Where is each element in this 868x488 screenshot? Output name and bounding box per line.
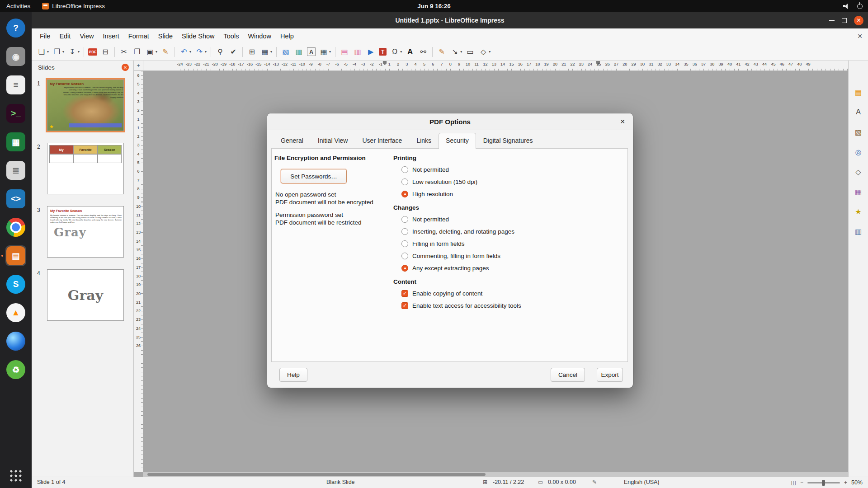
window-titlebar[interactable]: Untitled 1.pptx - LibreOffice Impress ✕: [32, 12, 868, 28]
tab-digital-signatures[interactable]: Digital Signatures: [476, 133, 540, 149]
show-applications-icon[interactable]: [9, 469, 23, 483]
rectangle-icon[interactable]: ▭: [464, 46, 476, 58]
zoom-in-icon[interactable]: +: [844, 479, 847, 486]
insert-table-dropdown-arrow[interactable]: ▾: [329, 50, 331, 54]
sidebar-properties-icon[interactable]: ▤: [852, 86, 865, 99]
slide-thumbnail-3[interactable]: 3 My Favorite Season My favorite season …: [37, 206, 133, 258]
vlc-icon[interactable]: ▲: [5, 302, 26, 323]
find-and-replace-icon[interactable]: ⚲: [214, 46, 226, 58]
new-document-dropdown-arrow[interactable]: ▾: [47, 50, 49, 54]
fontwork-icon[interactable]: A: [404, 46, 416, 58]
open-file-icon[interactable]: ❒▾: [51, 46, 66, 58]
sidebar-shapes-icon[interactable]: ◇: [852, 165, 865, 178]
menu-slide[interactable]: Slide: [154, 30, 177, 42]
radio-high-resolution[interactable]: High resolution: [393, 188, 622, 200]
zoom-slider[interactable]: [807, 482, 840, 483]
maximize-button[interactable]: [842, 18, 847, 23]
screenshot-tool-icon[interactable]: ◉: [5, 46, 26, 67]
slide-thumbnail-4[interactable]: 4 Gray: [37, 269, 133, 321]
activities-button[interactable]: Activities: [6, 3, 30, 9]
fit-slide-icon[interactable]: ◫: [791, 479, 796, 486]
tab-user-interface[interactable]: User Interface: [355, 133, 409, 149]
save-dropdown-arrow[interactable]: ▾: [78, 50, 80, 54]
duplicate-slide-icon[interactable]: ▥: [351, 46, 364, 58]
basic-shapes-dropdown-arrow[interactable]: ▾: [489, 50, 491, 54]
insert-image-icon[interactable]: ▧: [279, 46, 292, 58]
slides-panel-close-icon[interactable]: ✕: [122, 64, 129, 71]
insert-table-icon[interactable]: ▦▾: [317, 46, 332, 58]
spelling-icon[interactable]: ✔: [227, 46, 240, 58]
visual-studio-code-icon[interactable]: <>: [5, 188, 26, 209]
libreoffice-impress-icon[interactable]: ▤: [5, 245, 26, 266]
redo-dropdown-arrow[interactable]: ▾: [205, 50, 207, 54]
sidebar-slide-transition-icon[interactable]: ▦: [852, 185, 865, 198]
undo-icon[interactable]: ↶▾: [178, 46, 193, 58]
sidebar-styles-icon[interactable]: A: [852, 106, 865, 118]
display-grid-icon[interactable]: ⊞: [245, 46, 258, 58]
checkbox-enable-text-access-for-accessibility-tools[interactable]: ✓Enable text access for accessibility to…: [393, 300, 622, 312]
open-file-dropdown-arrow[interactable]: ▾: [62, 50, 64, 54]
cut-icon[interactable]: ✂: [118, 46, 130, 58]
status-zoom-percent[interactable]: 50%: [851, 479, 863, 486]
special-character-icon[interactable]: Ω▾: [388, 46, 403, 58]
insert-text-box-icon[interactable]: A: [306, 47, 317, 57]
paste-icon[interactable]: ▣▾: [144, 46, 159, 58]
google-chrome-icon[interactable]: [5, 217, 26, 238]
menu-edit[interactable]: Edit: [55, 30, 75, 42]
menu-view[interactable]: View: [75, 30, 98, 42]
redo-icon[interactable]: ↷▾: [193, 46, 208, 58]
special-character-dropdown-arrow[interactable]: ▾: [400, 50, 402, 54]
clone-formatting-icon[interactable]: ✎: [159, 46, 172, 58]
radio-commenting-filling-in-form-fields[interactable]: Commenting, filling in form fields: [393, 250, 622, 262]
clock[interactable]: Jun 9 16:26: [417, 0, 451, 12]
set-passwords-button[interactable]: Set Passwords…: [281, 169, 347, 183]
lines-and-arrows-dropdown-arrow[interactable]: ▾: [460, 50, 462, 54]
tab-links[interactable]: Links: [409, 133, 439, 149]
master-slide-icon[interactable]: ▤: [338, 46, 351, 58]
display-views-dropdown-arrow[interactable]: ▾: [270, 50, 272, 54]
radio-not-permitted[interactable]: Not permitted: [393, 213, 622, 225]
indent-marker[interactable]: [383, 61, 387, 65]
software-updater-icon[interactable]: ♻: [5, 359, 26, 380]
sidebar-master-slides-icon[interactable]: ▥: [852, 225, 865, 238]
help-button[interactable]: Help: [279, 368, 307, 382]
freeform-line-icon[interactable]: ✎: [435, 46, 448, 58]
basic-shapes-icon[interactable]: ◇▾: [477, 46, 492, 58]
menu-window[interactable]: Window: [243, 30, 276, 42]
document-viewer-icon[interactable]: ≡: [5, 75, 26, 95]
minimize-button[interactable]: [829, 20, 835, 21]
radio-any-except-extracting-pages[interactable]: Any except extracting pages: [393, 262, 622, 274]
libreoffice-calc-icon[interactable]: ▦: [5, 131, 26, 152]
horizontal-scrollbar-handle[interactable]: [147, 473, 486, 476]
volume-icon[interactable]: [843, 4, 850, 9]
checkbox-enable-copying-of-content[interactable]: ✓Enable copying of content: [393, 287, 622, 300]
menu-help[interactable]: Help: [276, 30, 298, 42]
radio-inserting-deleting-and-rotating-pages[interactable]: Inserting, deleting, and rotating pages: [393, 225, 622, 238]
status-language[interactable]: English (USA): [624, 479, 660, 485]
insert-hyperlink-icon[interactable]: ⚯: [417, 46, 429, 58]
menu-slide-show[interactable]: Slide Show: [177, 30, 219, 42]
cancel-button[interactable]: Cancel: [551, 368, 585, 382]
export-as-pdf-icon[interactable]: PDF: [87, 47, 99, 56]
terminal-icon[interactable]: >_: [5, 103, 26, 124]
text-editor-icon[interactable]: ≣: [5, 160, 26, 181]
focused-app-indicator[interactable]: LibreOffice Impress: [42, 3, 105, 9]
document-modified-icon[interactable]: ✎: [592, 479, 597, 485]
radio-filling-in-form-fields[interactable]: Filling in form fields: [393, 238, 622, 250]
horizontal-scrollbar[interactable]: [143, 472, 848, 477]
new-document-icon[interactable]: ❏▾: [35, 46, 50, 58]
tab-security[interactable]: Security: [439, 133, 476, 149]
tab-initial-view[interactable]: Initial View: [311, 133, 355, 149]
undo-dropdown-arrow[interactable]: ▾: [189, 50, 191, 54]
skype-icon[interactable]: S: [5, 274, 26, 295]
slide-thumbnail-2[interactable]: 2 My Favorite Season: [37, 143, 133, 194]
display-views-icon[interactable]: ▦▾: [259, 46, 274, 58]
insert-header-footer-icon[interactable]: T: [377, 47, 388, 56]
tab-general[interactable]: General: [274, 133, 311, 149]
sidebar-navigator-icon[interactable]: ◎: [852, 145, 865, 158]
zoom-out-icon[interactable]: −: [800, 479, 803, 486]
dialog-titlebar[interactable]: PDF Options ✕: [267, 113, 633, 130]
dialog-close-icon[interactable]: ✕: [618, 117, 627, 127]
menu-insert[interactable]: Insert: [99, 30, 124, 42]
firefox-icon[interactable]: [5, 331, 26, 352]
